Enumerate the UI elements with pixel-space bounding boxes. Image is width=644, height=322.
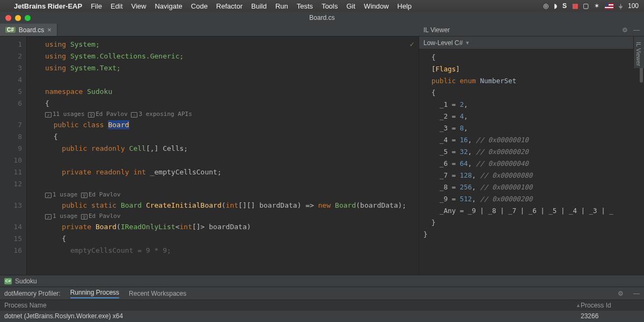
menu-help[interactable]: Help — [397, 2, 412, 10]
api-icon[interactable]: ☆ — [131, 112, 137, 118]
line-gutter: 1 2 3 4 5 6 7 8 9 10 11 12 13 14 15 16 — [0, 36, 27, 275]
menu-tests[interactable]: Tests — [297, 2, 313, 10]
csharp-icon: C# — [5, 27, 16, 33]
target-icon[interactable]: ◎ — [543, 2, 548, 10]
fold-gutter — [27, 36, 43, 275]
code-editor[interactable]: ✓ 1 2 3 4 5 6 7 8 9 10 11 12 13 14 15 — [0, 36, 419, 275]
tab-label: Board.cs — [19, 26, 44, 34]
side-tool-tab[interactable]: IL Viewer — [633, 36, 644, 68]
menu-navigate[interactable]: Navigate — [155, 2, 182, 10]
minimize-panel-icon[interactable]: — — [633, 26, 640, 34]
il-mode-dropdown[interactable]: Low-Level C#▼ — [419, 36, 644, 49]
minimize-window-icon[interactable] — [15, 15, 21, 21]
author-icon[interactable]: ⚲ — [81, 214, 87, 219]
il-code[interactable]: { [Flags] public enum NumberSet { _1 = 2… — [419, 49, 644, 275]
s-icon[interactable]: S — [562, 2, 567, 10]
process-row[interactable]: dotnet (JetBrains.Roslyn.Worker.exe) x64… — [0, 311, 644, 321]
close-tab-icon[interactable]: × — [47, 26, 52, 34]
menu-build[interactable]: Build — [251, 2, 267, 10]
wifi-icon[interactable]: ⏚ — [619, 2, 623, 10]
minimize-panel-icon[interactable]: — — [633, 290, 640, 297]
window-title: Board.cs — [309, 14, 334, 21]
author-icon[interactable]: ⚲ — [88, 112, 94, 118]
status-icons: ◎ ◗ S ▮▮ ▢ ✶ ⏚ 100 — [543, 2, 639, 10]
menu-window[interactable]: Window — [364, 2, 389, 10]
battery-percent: 100 — [628, 2, 639, 10]
usage-icon[interactable]: ↗ — [45, 193, 52, 198]
il-viewer-panel: IL Viewer ⚙ — Low-Level C#▼ { [Flags] pu… — [419, 36, 644, 275]
tab-board-cs[interactable]: C# Board.cs × — [0, 24, 57, 36]
flag-icon[interactable] — [605, 3, 613, 9]
menu-refactor[interactable]: Refactor — [216, 2, 243, 10]
il-viewer-title: IL Viewer — [423, 26, 617, 34]
zoom-window-icon[interactable] — [25, 15, 31, 21]
usage-icon[interactable]: ↗ — [45, 214, 52, 219]
tab-recent-workspaces[interactable]: Recent Workspaces — [129, 290, 186, 297]
menu-file[interactable]: File — [91, 2, 102, 10]
close-window-icon[interactable] — [5, 15, 11, 21]
process-table-header[interactable]: Process Name▲ Process Id — [0, 300, 644, 311]
code-lines[interactable]: using System; using System.Collections.G… — [43, 36, 419, 275]
pause-icon[interactable]: ▮▮ — [572, 2, 577, 10]
moon-icon[interactable]: ◗ — [554, 2, 557, 10]
menu-git[interactable]: Git — [346, 2, 355, 10]
tab-running-process[interactable]: Running Process — [70, 289, 119, 298]
display-icon[interactable]: ▢ — [583, 2, 589, 10]
menu-code[interactable]: Code — [191, 2, 208, 10]
solution-name: Sudoku — [15, 277, 37, 285]
bottom-toolwindow: dotMemory Profiler: Running Process Rece… — [0, 287, 644, 322]
menu-tools[interactable]: Tools — [321, 2, 338, 10]
csharp-project-icon: C# — [4, 278, 12, 284]
gear-icon[interactable]: ⚙ — [618, 290, 624, 297]
app-name[interactable]: JetBrains Rider-EAP — [14, 2, 82, 10]
bluetooth-icon[interactable]: ✶ — [594, 2, 599, 10]
solution-bar[interactable]: C# Sudoku — [0, 275, 644, 287]
menu-edit[interactable]: Edit — [111, 2, 122, 10]
author-icon[interactable]: ⚲ — [81, 193, 87, 198]
macos-menubar: JetBrains Rider-EAP File Edit View Navig… — [0, 0, 644, 12]
inspection-ok-icon[interactable]: ✓ — [410, 40, 414, 48]
window-titlebar: Board.cs — [0, 12, 644, 24]
menu-view[interactable]: View — [131, 2, 147, 10]
gear-icon[interactable]: ⚙ — [622, 26, 628, 34]
profiler-label: dotMemory Profiler: — [4, 290, 61, 297]
menu-run[interactable]: Run — [275, 2, 288, 10]
usage-icon[interactable]: ↗ — [45, 112, 52, 118]
